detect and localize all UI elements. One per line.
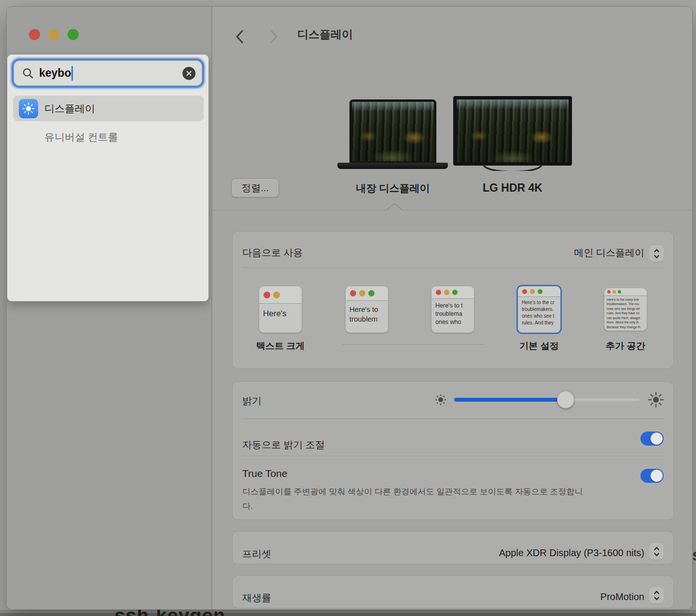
wallpaper-thumbnail: [457, 99, 569, 162]
clear-search-button[interactable]: [182, 67, 195, 80]
thumb-sample-text: Here's: [259, 304, 302, 320]
brightness-high-sun-icon: [648, 392, 664, 408]
sidebar: keybo: [7, 7, 211, 609]
true-tone-toggle[interactable]: [640, 469, 664, 483]
wallpaper-thumbnail: [352, 102, 434, 161]
use-as-card: 다음으로 사용 메인 디스플레이 Here's Here's to troubl…: [233, 232, 673, 368]
use-as-stepper-icon[interactable]: [649, 245, 664, 262]
background-bottom-band: [0, 613, 696, 616]
refresh-rate-value[interactable]: ProMotion: [600, 591, 644, 602]
refresh-rate-label: 재생률: [242, 591, 271, 604]
section-divider: [212, 210, 692, 210]
scaling-option-3[interactable]: Here's to t troublema ones who: [432, 286, 474, 333]
display-brightness-icon: [19, 99, 38, 118]
search-input[interactable]: keybo: [14, 60, 202, 86]
card-divider: [241, 419, 665, 419]
back-button[interactable]: [230, 27, 249, 46]
scaling-label-larger-text: 텍스트 크게: [244, 340, 317, 352]
monitor-stand: [483, 164, 543, 171]
search-result-display[interactable]: 디스플레이: [13, 96, 204, 121]
display-settings-pane: 디스플레이 내장 디스플레이 LG HDR 4K 정렬... 다음으로 사용 메…: [212, 7, 692, 609]
background-right-edge-text: s: [692, 546, 696, 564]
card-divider: [241, 267, 665, 268]
thumb-titlebar: [604, 288, 647, 296]
search-results-panel: keybo: [7, 55, 209, 301]
external-display-label: LG HDR 4K: [459, 182, 566, 195]
preset-card: 프리셋 Apple XDR Display (P3-1600 nits): [233, 532, 673, 564]
preset-value[interactable]: Apple XDR Display (P3-1600 nits): [499, 547, 644, 559]
brightness-label: 밝기: [242, 394, 262, 407]
search-result-universal-control[interactable]: 유니버설 컨트롤: [13, 124, 204, 150]
thumb-titlebar: [518, 286, 560, 297]
brightness-low-sun-icon: [434, 393, 447, 406]
thumb-titlebar: [346, 286, 388, 301]
use-as-value[interactable]: 메인 디스플레이: [574, 246, 644, 259]
magnifier-icon: [22, 67, 34, 80]
arrange-button[interactable]: 정렬...: [231, 178, 279, 197]
close-button[interactable]: [29, 29, 40, 40]
page-title: 디스플레이: [297, 27, 353, 42]
scaling-option-more-space[interactable]: Here's to the crazy one troublemakers. T…: [604, 288, 647, 331]
search-result-label: 디스플레이: [44, 102, 95, 115]
toggle-knob: [651, 433, 663, 445]
window-controls: [29, 29, 79, 40]
scaling-option-default-selected[interactable]: Here's to the cr troublemakers. ones who…: [518, 286, 560, 333]
brightness-slider-fill: [454, 398, 566, 402]
selected-display-notch-fill: [386, 204, 403, 211]
auto-brightness-label: 자동으로 밝기 조절: [242, 438, 325, 451]
builtin-display-label: 내장 디스플레이: [340, 182, 446, 195]
thumb-sample-text: Here's to the cr troublemakers. ones who…: [518, 297, 560, 326]
scaling-label-default: 기본 설정: [503, 340, 575, 352]
search-field-wrap: keybo: [11, 58, 205, 88]
scaling-option-2[interactable]: Here's to troublem: [346, 286, 388, 333]
true-tone-description: 디스플레이를 주변광에 맞춰 색상이 다른 환경에서도 일관적으로 보이도록 자…: [242, 485, 592, 514]
thumb-sample-text: Here's to troublem: [346, 301, 388, 323]
thumb-sample-text: Here's to t troublema ones who: [432, 299, 474, 326]
search-text: keybo: [39, 67, 71, 80]
preset-label: 프리셋: [242, 547, 271, 560]
scaling-option-larger-text[interactable]: Here's: [259, 286, 302, 333]
refresh-rate-stepper-icon[interactable]: [649, 587, 664, 603]
minimize-button[interactable]: [48, 29, 59, 40]
brightness-slider[interactable]: [454, 398, 640, 402]
thumb-titlebar: [432, 286, 474, 299]
use-as-label: 다음으로 사용: [242, 246, 303, 259]
auto-brightness-toggle[interactable]: [640, 432, 664, 446]
text-caret: [71, 66, 73, 81]
laptop-base: [337, 163, 448, 169]
system-settings-window: keybo: [6, 6, 693, 610]
refresh-rate-card: 재생률 ProMotion: [233, 576, 673, 608]
card-divider: [241, 456, 665, 456]
external-display-preview[interactable]: [453, 96, 572, 166]
zoom-button[interactable]: [68, 29, 79, 40]
forward-button[interactable]: [264, 27, 284, 46]
scaling-label-more-space: 추가 공간: [589, 340, 662, 352]
builtin-display-preview[interactable]: [349, 99, 436, 163]
thumb-titlebar: [259, 286, 302, 304]
preset-stepper-icon[interactable]: [649, 543, 664, 560]
search-result-label: 유니버설 컨트롤: [44, 130, 118, 144]
toggle-knob: [651, 470, 663, 482]
thumb-sample-text: Here's to the crazy one troublemakers. T…: [604, 296, 647, 329]
scaling-tick-line: [342, 344, 484, 345]
brightness-card: 밝기: [233, 382, 673, 519]
brightness-slider-knob[interactable]: [557, 391, 574, 408]
true-tone-label: True Tone: [242, 468, 287, 479]
